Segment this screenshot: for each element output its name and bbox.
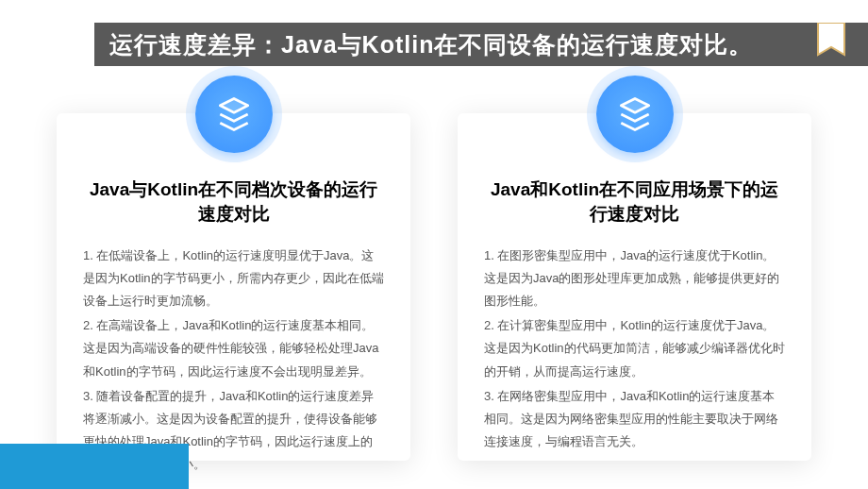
card-body: 1. 在低端设备上，Kotlin的运行速度明显优于Java。这是因为Kotlin… xyxy=(83,244,384,475)
bookmark-icon xyxy=(817,23,845,62)
card-title: Java与Kotlin在不同档次设备的运行速度对比 xyxy=(83,177,384,226)
layers-icon xyxy=(195,76,273,153)
page-title: 运行速度差异：Java与Kotlin在不同设备的运行速度对比。 xyxy=(109,29,753,60)
paragraph: 1. 在图形密集型应用中，Java的运行速度优于Kotlin。这是因为Java的… xyxy=(484,244,785,312)
paragraph: 2. 在高端设备上，Java和Kotlin的运行速度基本相同。这是因为高端设备的… xyxy=(83,314,384,382)
card-body: 1. 在图形密集型应用中，Java的运行速度优于Kotlin。这是因为Java的… xyxy=(484,244,785,452)
paragraph: 2. 在计算密集型应用中，Kotlin的运行速度优于Java。这是因为Kotli… xyxy=(484,314,785,382)
paragraph: 3. 在网络密集型应用中，Java和Kotlin的运行速度基本相同。这是因为网络… xyxy=(484,385,785,453)
card-title: Java和Kotlin在不同应用场景下的运行速度对比 xyxy=(484,177,785,226)
layers-icon xyxy=(596,76,674,153)
card-use-case: Java和Kotlin在不同应用场景下的运行速度对比 1. 在图形密集型应用中，… xyxy=(458,113,811,461)
cards-container: Java与Kotlin在不同档次设备的运行速度对比 1. 在低端设备上，Kotl… xyxy=(57,113,811,461)
card-device-tier: Java与Kotlin在不同档次设备的运行速度对比 1. 在低端设备上，Kotl… xyxy=(57,113,410,461)
page-title-bar: 运行速度差异：Java与Kotlin在不同设备的运行速度对比。 xyxy=(94,23,868,66)
bottom-accent-bar xyxy=(0,444,189,489)
paragraph: 1. 在低端设备上，Kotlin的运行速度明显优于Java。这是因为Kotlin… xyxy=(83,244,384,312)
